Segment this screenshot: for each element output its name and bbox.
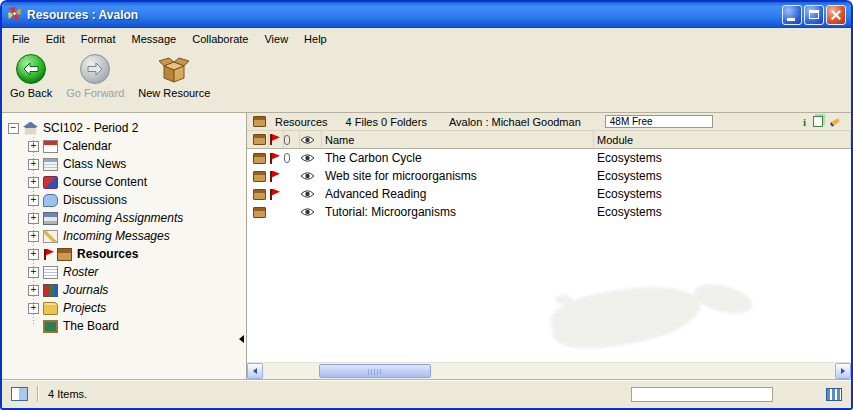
expand-icon[interactable] [28, 141, 39, 152]
close-icon [827, 6, 845, 24]
tree-item-projects[interactable]: Projects [8, 299, 246, 317]
tree-children: Calendar Class News Course Content Discu… [8, 137, 246, 335]
tree-item-incoming-assignments[interactable]: Incoming Assignments [8, 209, 246, 227]
forward-icon [80, 54, 110, 84]
item-name[interactable]: Advanced Reading [322, 187, 594, 201]
item-name[interactable]: Web site for microorganisms [322, 169, 594, 183]
tree-item-label: Journals [62, 283, 108, 297]
module-column-header[interactable]: Module [594, 131, 851, 148]
maximize-button[interactable] [804, 5, 824, 25]
roster-icon [43, 266, 58, 279]
tree-item-discussions[interactable]: Discussions [8, 191, 246, 209]
discussions-icon [43, 194, 58, 207]
flag-icon [269, 153, 279, 164]
menu-edit[interactable]: Edit [38, 30, 73, 48]
flag-icon [269, 189, 279, 200]
item-name[interactable]: Tutorial: Microorganisms [322, 205, 594, 219]
tree-item-resources[interactable]: Resources [8, 245, 246, 263]
menu-view[interactable]: View [256, 30, 296, 48]
tree-item-label: Discussions [62, 193, 127, 207]
window-controls [782, 5, 846, 25]
name-column-header[interactable]: Name [322, 131, 594, 148]
tree-item-label: The Board [62, 319, 119, 333]
attachment-column-icon[interactable] [284, 135, 290, 145]
new-resource-button[interactable]: New Resource [138, 54, 210, 99]
course-content-icon [43, 176, 58, 189]
tree-root[interactable]: SCI102 - Period 2 [8, 119, 246, 137]
map-watermark [555, 295, 573, 304]
menu-collaborate[interactable]: Collaborate [184, 30, 256, 48]
grid-view-icon[interactable] [826, 388, 842, 401]
window-title: Resources : Avalon [27, 8, 777, 22]
expand-icon[interactable] [28, 231, 39, 242]
tree-item-course-content[interactable]: Course Content [8, 173, 246, 191]
column-header-row: Name Module [247, 131, 851, 149]
expand-icon[interactable] [28, 267, 39, 278]
expand-icon[interactable] [28, 303, 39, 314]
horizontal-scrollbar[interactable] [247, 362, 851, 379]
app-icon [7, 6, 22, 24]
expand-icon[interactable] [28, 195, 39, 206]
info-icon[interactable] [803, 116, 806, 128]
tree-item-class-news[interactable]: Class News [8, 155, 246, 173]
item-module: Ecosystems [594, 205, 851, 219]
menu-message[interactable]: Message [124, 30, 185, 48]
item-name[interactable]: The Carbon Cycle [322, 151, 594, 165]
eye-icon[interactable] [300, 153, 315, 163]
edit-pencil-icon[interactable] [830, 117, 841, 127]
tree-item-the-board[interactable]: The Board [8, 317, 246, 335]
list-row[interactable]: Tutorial: Microorganisms Ecosystems [247, 203, 851, 221]
main-area: SCI102 - Period 2 Calendar Class News Co… [2, 113, 851, 379]
list-row[interactable]: Advanced Reading Ecosystems [247, 185, 851, 203]
folder-tree-panel: SCI102 - Period 2 Calendar Class News Co… [2, 113, 247, 379]
scroll-right-icon [841, 368, 845, 374]
document-box-icon [253, 153, 266, 164]
expand-icon[interactable] [28, 159, 39, 170]
tree-item-label: Resources [76, 247, 138, 261]
menu-help[interactable]: Help [296, 30, 335, 48]
map-watermark [691, 279, 756, 319]
panel-collapse-arrow-icon[interactable] [239, 335, 244, 343]
eye-icon[interactable] [300, 189, 315, 199]
document-box-icon [253, 189, 266, 200]
expand-icon[interactable] [28, 249, 39, 260]
assignments-icon [43, 212, 58, 225]
toolbar: Go Back Go Forward New Resource [2, 50, 851, 113]
expand-icon[interactable] [28, 213, 39, 224]
pages-icon[interactable] [813, 116, 823, 127]
expand-icon[interactable] [28, 177, 39, 188]
item-type-column-icon[interactable] [253, 134, 266, 145]
tree-item-label: Class News [62, 157, 126, 171]
titlebar[interactable]: Resources : Avalon [2, 2, 851, 28]
tree-item-incoming-messages[interactable]: Incoming Messages [8, 227, 246, 245]
flag-column-icon[interactable] [269, 134, 279, 145]
document-box-icon [253, 171, 266, 182]
list-row[interactable]: Web site for microorganisms Ecosystems [247, 167, 851, 185]
tree-item-roster[interactable]: Roster [8, 263, 246, 281]
status-divider [37, 386, 39, 402]
scrollbar-thumb[interactable] [319, 364, 431, 378]
eye-icon[interactable] [300, 207, 315, 217]
flag-icon [43, 249, 53, 260]
attachment-icon [284, 153, 290, 163]
minimize-button[interactable] [782, 5, 802, 25]
items-count-label: 4 Items. [48, 388, 87, 400]
collapse-icon[interactable] [8, 123, 19, 134]
free-space-indicator: 48M Free [605, 115, 713, 128]
expand-icon[interactable] [28, 285, 39, 296]
menu-format[interactable]: Format [73, 30, 124, 48]
scroll-left-button[interactable] [247, 363, 263, 379]
split-view-icon[interactable] [11, 387, 28, 401]
journals-icon [43, 284, 58, 297]
go-back-button[interactable]: Go Back [10, 54, 52, 99]
resources-box-icon [253, 116, 266, 127]
tree-item-journals[interactable]: Journals [8, 281, 246, 299]
visibility-column-icon[interactable] [300, 135, 315, 145]
go-forward-button[interactable]: Go Forward [66, 54, 124, 99]
menu-file[interactable]: File [4, 30, 38, 48]
scroll-right-button[interactable] [835, 363, 851, 379]
close-button[interactable] [826, 5, 846, 25]
list-row[interactable]: The Carbon Cycle Ecosystems [247, 149, 851, 167]
eye-icon[interactable] [300, 171, 315, 181]
tree-item-calendar[interactable]: Calendar [8, 137, 246, 155]
